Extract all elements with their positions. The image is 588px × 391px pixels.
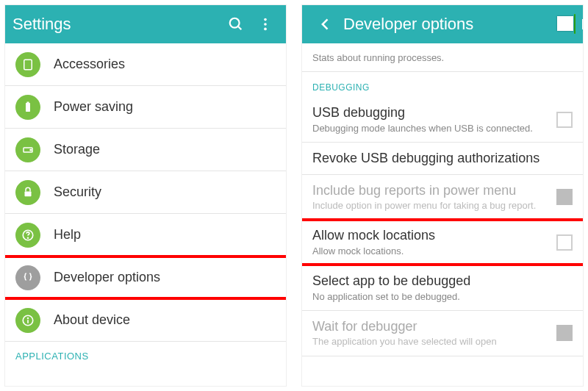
tablet-icon (15, 52, 40, 77)
row-storage[interactable]: Storage (5, 129, 286, 171)
mock-locations-checkbox[interactable] (556, 234, 573, 251)
devopts-header: Developer options (302, 5, 583, 43)
select-debug-app-sub: No application set to be debugged. (312, 291, 565, 303)
label-developer-options: Developer options (54, 270, 160, 285)
svg-point-0 (230, 18, 240, 28)
label-help: Help (54, 227, 81, 243)
braces-icon (15, 265, 40, 290)
bug-reports-sub: Include option in power menu for taking … (312, 200, 549, 212)
mock-locations-title: Allow mock locations (312, 227, 549, 244)
svg-rect-5 (24, 60, 32, 70)
wait-for-debugger-sub: The application you have selected will o… (312, 336, 549, 348)
battery-icon (15, 95, 40, 120)
usb-debugging-checkbox[interactable] (556, 112, 573, 128)
row-accessories[interactable]: Accessories (5, 43, 286, 86)
row-security[interactable]: Security (5, 171, 286, 214)
section-debugging: DEBUGGING (302, 72, 583, 97)
label-about-device: About device (54, 312, 130, 328)
svg-point-2 (264, 18, 267, 21)
row-process-stats[interactable]: Process stats Stats about running proces… (302, 43, 583, 72)
svg-line-1 (238, 26, 242, 30)
mock-locations-sub: Allow mock locations. (312, 245, 549, 257)
row-about-device[interactable]: About device (5, 299, 286, 342)
svg-point-4 (264, 28, 267, 31)
revoke-usb-title: Revoke USB debugging authorizations (312, 150, 565, 167)
info-icon (15, 308, 40, 333)
select-debug-app-title: Select app to be debugged (312, 273, 565, 290)
back-icon[interactable] (312, 11, 339, 37)
devopts-toggle[interactable] (574, 15, 576, 34)
svg-point-10 (30, 149, 32, 151)
row-allow-mock-locations[interactable]: Allow mock locations Allow mock location… (302, 220, 583, 265)
row-revoke-usb[interactable]: Revoke USB debugging authorizations (302, 143, 583, 175)
label-storage: Storage (54, 142, 100, 157)
settings-header: Settings (5, 5, 286, 43)
help-icon (15, 223, 40, 248)
search-icon[interactable] (223, 11, 249, 37)
svg-rect-8 (27, 101, 29, 103)
row-help[interactable]: Help (5, 214, 286, 257)
label-power-saving: Power saving (54, 99, 133, 115)
svg-rect-7 (26, 103, 30, 112)
label-accessories: Accessories (54, 57, 125, 72)
settings-list: Accessories Power saving Storage Securit… (5, 43, 286, 363)
row-developer-options[interactable]: Developer options (5, 257, 286, 299)
drive-icon (15, 137, 40, 162)
lock-icon (15, 180, 40, 205)
label-security: Security (54, 184, 101, 200)
svg-point-16 (28, 318, 29, 318)
wait-for-debugger-checkbox (556, 325, 573, 341)
settings-screen: Settings Accessories Power saving Storag… (4, 4, 287, 387)
svg-point-3 (264, 23, 267, 26)
section-applications: APPLICATIONS (5, 342, 286, 363)
svg-rect-11 (25, 191, 32, 196)
row-select-debug-app[interactable]: Select app to be debugged No application… (302, 265, 583, 311)
row-usb-debugging[interactable]: USB debugging Debugging mode launches wh… (302, 97, 583, 143)
row-bug-reports: Include bug reports in power menu Includ… (302, 175, 583, 220)
overflow-menu-icon[interactable] (252, 11, 279, 37)
usb-debugging-sub: Debugging mode launches when USB is conn… (312, 123, 549, 134)
process-stats-sub: Stats about running processes. (312, 52, 565, 64)
settings-title: Settings (12, 15, 220, 34)
devopts-title: Developer options (343, 15, 574, 34)
developer-options-screen: Developer options Process stats Stats ab… (301, 4, 584, 387)
usb-debugging-title: USB debugging (312, 104, 549, 121)
bug-reports-checkbox (556, 189, 573, 205)
row-power-saving[interactable]: Power saving (5, 86, 286, 129)
devopts-list: Process stats Stats about running proces… (302, 43, 583, 356)
row-wait-for-debugger: Wait for debugger The application you ha… (302, 311, 583, 356)
svg-point-13 (28, 237, 29, 238)
bug-reports-title: Include bug reports in power menu (312, 182, 549, 199)
wait-for-debugger-title: Wait for debugger (312, 318, 549, 335)
